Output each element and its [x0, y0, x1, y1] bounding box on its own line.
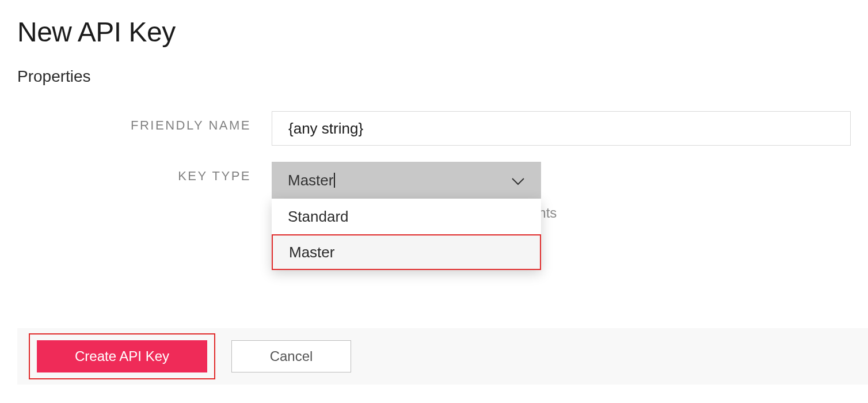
key-type-dropdown: Standard Master: [272, 199, 541, 270]
text-caret: [334, 173, 335, 188]
form-row-key-type: KEY TYPE Master Standard Master eys, Acc…: [17, 162, 851, 199]
button-bar: Create API Key Cancel: [17, 328, 868, 385]
create-api-key-button[interactable]: Create API Key: [37, 340, 207, 372]
key-type-select[interactable]: Master: [272, 162, 541, 199]
cancel-button[interactable]: Cancel: [231, 340, 351, 372]
key-type-option-master[interactable]: Master: [272, 234, 541, 270]
page-title: New API Key: [17, 16, 851, 48]
create-button-highlight: Create API Key: [29, 333, 215, 379]
friendly-name-label: FRIENDLY NAME: [131, 118, 251, 132]
key-type-selected-value: Master: [288, 172, 333, 189]
section-title: Properties: [17, 67, 851, 86]
chevron-down-icon: [511, 172, 525, 189]
key-type-option-standard[interactable]: Standard: [272, 199, 541, 234]
key-type-label: KEY TYPE: [178, 169, 251, 183]
form-row-friendly-name: FRIENDLY NAME: [17, 111, 851, 146]
friendly-name-input[interactable]: [272, 111, 851, 146]
